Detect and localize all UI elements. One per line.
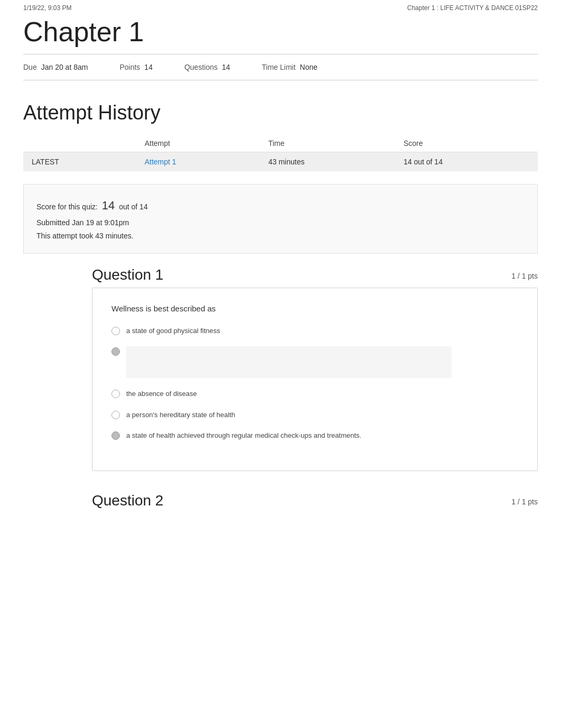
radio-2 [111, 347, 120, 356]
time-limit-value: None [300, 63, 317, 71]
time-limit-item: Time Limit None [262, 63, 318, 71]
table-row: LATEST Attempt 1 43 minutes 14 out of 14 [23, 152, 538, 172]
question-1-card-wrapper: Correct! Wellness is best described as a… [23, 288, 538, 471]
answer-text-2 [126, 346, 452, 378]
meta-row: Due Jan 20 at 8am Points 14 Questions 14… [23, 54, 538, 80]
row-tag: LATEST [23, 152, 136, 172]
points-item: Points 14 [119, 63, 153, 71]
questions-label: Questions [184, 63, 218, 71]
points-label: Points [119, 63, 140, 71]
attempt-link[interactable]: Attempt 1 [145, 158, 176, 166]
question-1-header: Question 1 1 / 1 pts [23, 266, 538, 283]
radio-3 [111, 390, 120, 398]
score-box: Score for this quiz: 14 out of 14 Submit… [23, 184, 538, 254]
question-1-card: Wellness is best described as a state of… [92, 288, 538, 471]
answer-option-2 [111, 346, 518, 378]
due-value: Jan 20 at 8am [41, 63, 88, 71]
timestamp: 1/19/22, 9:03 PM [23, 4, 71, 12]
score-label: Score for this quiz: [36, 202, 98, 211]
points-value: 14 [144, 63, 153, 71]
answer-option-4: a person's hereditary state of health [111, 410, 518, 420]
radio-4 [111, 411, 120, 419]
col-time: Time [260, 135, 395, 152]
page-wrapper: 1/19/22, 9:03 PM Chapter 1 : LIFE ACTIVI… [0, 0, 561, 728]
radio-5 [111, 431, 120, 440]
col-score: Score [395, 135, 538, 152]
question-1-pts: 1 / 1 pts [511, 266, 538, 280]
attempt-history-title: Attempt History [23, 102, 538, 124]
question-1-text: Wellness is best described as [111, 304, 518, 313]
col-tag [23, 135, 136, 152]
questions-item: Questions 14 [184, 63, 230, 71]
questions-value: 14 [222, 63, 230, 71]
answer-text-4: a person's hereditary state of health [126, 410, 235, 420]
attempt-table: Attempt Time Score LATEST Attempt 1 43 m… [23, 135, 538, 171]
question-2-header: Question 2 1 / 1 pts [23, 492, 538, 509]
answer-option-1: a state of good physical fitness [111, 326, 518, 336]
question-2-title: Question 2 [92, 492, 163, 509]
answer-option-5: a state of health achieved through regul… [111, 430, 518, 441]
top-bar: 1/19/22, 9:03 PM Chapter 1 : LIFE ACTIVI… [0, 0, 561, 16]
question-1-section: Question 1 1 / 1 pts Correct! Wellness i… [23, 266, 538, 471]
score-out-of: out of 14 [119, 202, 148, 211]
row-time: 43 minutes [260, 152, 395, 172]
answer-option-3: the absence of disease [111, 389, 518, 399]
due-label: Due [23, 63, 37, 71]
question-2-pts: 1 / 1 pts [511, 492, 538, 506]
row-score: 14 out of 14 [395, 152, 538, 172]
table-header-row: Attempt Time Score [23, 135, 538, 152]
question-1-title: Question 1 [92, 266, 163, 283]
score-value: 14 [102, 199, 115, 212]
chapter-title: Chapter 1 [23, 16, 538, 48]
time-limit-label: Time Limit [262, 63, 296, 71]
due-item: Due Jan 20 at 8am [23, 63, 88, 71]
col-attempt: Attempt [136, 135, 260, 152]
course-title: Chapter 1 : LIFE ACTIVITY & DANCE 01SP22 [407, 4, 538, 12]
answer-text-1: a state of good physical fitness [126, 326, 220, 336]
answer-text-5: a state of health achieved through regul… [126, 430, 361, 441]
question-2-section: Question 2 1 / 1 pts [23, 492, 538, 509]
duration-line: This attempt took 43 minutes. [36, 229, 525, 243]
row-attempt: Attempt 1 [136, 152, 260, 172]
score-line: Score for this quiz: 14 out of 14 [36, 195, 525, 216]
main-content: Chapter 1 Due Jan 20 at 8am Points 14 Qu… [0, 16, 561, 509]
radio-1 [111, 327, 120, 335]
answer-text-3: the absence of disease [126, 389, 197, 399]
submitted-line: Submitted Jan 19 at 9:01pm [36, 216, 525, 229]
